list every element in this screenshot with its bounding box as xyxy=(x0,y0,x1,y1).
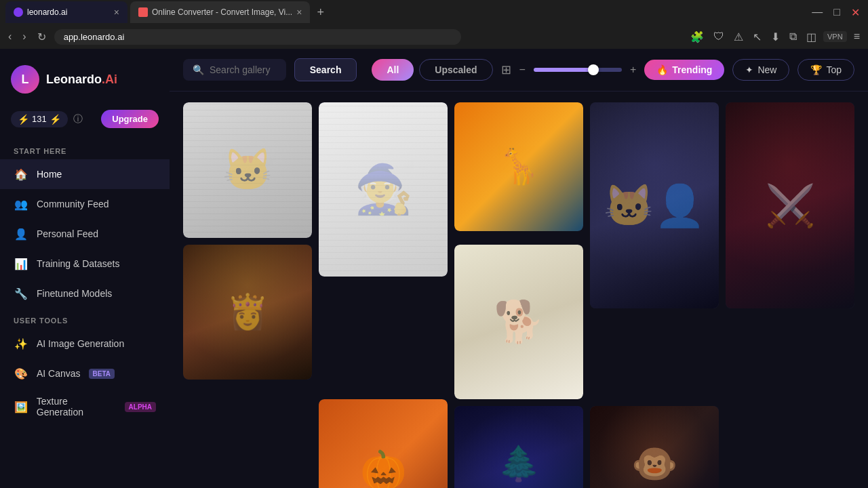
filter-all-tab[interactable]: All xyxy=(372,59,414,81)
search-button[interactable]: Search xyxy=(294,58,357,81)
sidebar-item-finetuned[interactable]: 🔧 Finetuned Models xyxy=(0,279,170,308)
download-icon[interactable]: ⬇ xyxy=(768,29,783,45)
top-bar: 🔍 Search All Upscaled ⊞ − + 🔥 Trending ✦ xyxy=(170,49,868,92)
trending-button[interactable]: 🔥 Trending xyxy=(644,60,724,80)
gallery-item-7-expand[interactable]: ⤢ xyxy=(427,405,442,420)
gallery-item-7-remix[interactable]: ⊞ xyxy=(389,405,404,420)
search-input[interactable] xyxy=(210,64,277,75)
gallery-item-5-edit[interactable]: ✏ xyxy=(815,108,830,123)
sidebar-section-tools: User Tools xyxy=(0,308,170,329)
sidebar-item-finetuned-label: Finetuned Models xyxy=(37,288,112,299)
gallery-item-7-edit[interactable]: ✏ xyxy=(408,405,423,420)
gallery-item-8[interactable]: 🐕 ⊞ ✏ ⤢ xyxy=(454,245,583,399)
gallery-item-3-edit[interactable]: ✏ xyxy=(544,108,559,123)
texture-icon: 🖼️ xyxy=(14,399,28,414)
sidebar-item-ai-canvas[interactable]: 🎨 AI Canvas BETA xyxy=(0,359,170,388)
token-icon2: ⚡ xyxy=(50,114,61,125)
sidebar-item-ai-canvas-label: AI Canvas xyxy=(37,368,81,379)
gallery-item-4-expand[interactable]: ⤢ xyxy=(698,108,713,123)
tab-leonardo[interactable]: leonardo.ai × xyxy=(5,1,127,23)
close-button[interactable]: ✕ xyxy=(848,5,863,20)
sidebar-item-ai-image[interactable]: ✨ AI Image Generation xyxy=(0,329,170,359)
gallery-item-1[interactable]: 🐱 ⊞ ✏ ⤢ xyxy=(183,102,312,238)
gallery-item-5-remix[interactable]: ⊞ xyxy=(796,108,811,123)
back-button[interactable]: ‹ xyxy=(5,29,14,44)
gallery-item-1-expand[interactable]: ⤢ xyxy=(292,108,307,123)
grid-view-button[interactable]: ⊞ xyxy=(501,62,511,77)
gallery-item-5[interactable]: ⚔️ ⊞ ✏ ⤢ xyxy=(726,102,854,308)
browser-chrome: leonardo.ai × Online Converter - Convert… xyxy=(0,0,868,49)
tab-converter[interactable]: Online Converter - Convert Image, Vi... … xyxy=(130,1,310,23)
shield-icon[interactable]: 🛡 xyxy=(711,29,727,44)
gallery-item-7[interactable]: 🎃 ⊞ ✏ ⤢ xyxy=(319,399,448,489)
gallery-item-10-expand[interactable]: ⤢ xyxy=(698,411,713,426)
minimize-button[interactable]: — xyxy=(809,5,825,20)
alpha-badge: ALPHA xyxy=(125,402,156,412)
gallery-item-6-remix[interactable]: ⊞ xyxy=(254,250,269,265)
tab-close-1[interactable]: × xyxy=(114,7,119,18)
sidebar-item-texture-label: Texture Generation xyxy=(37,396,117,418)
gallery-item-9[interactable]: 🌲 ⊞ ✏ ⤢ xyxy=(454,406,583,489)
size-minus-icon: − xyxy=(519,64,526,76)
size-slider[interactable] xyxy=(534,68,622,72)
extensions-icon[interactable]: 🧩 xyxy=(688,29,707,45)
gallery-item-9-edit[interactable]: ✏ xyxy=(544,411,559,426)
top-button[interactable]: 🏆 Top xyxy=(797,59,854,81)
gallery-item-3[interactable]: 🦒 ⊞ ✏ ⤢ xyxy=(454,102,583,231)
browser-tab-bar: leonardo.ai × Online Converter - Convert… xyxy=(0,0,868,24)
gallery-item-2-edit[interactable]: ✏ xyxy=(408,108,423,123)
tab-favicon-1 xyxy=(14,7,23,17)
gallery-item-9-expand[interactable]: ⤢ xyxy=(563,411,578,426)
sidebar-item-training[interactable]: 📊 Training & Datasets xyxy=(0,249,170,279)
gallery-item-2[interactable]: 🧙 ⊞ ✏ ⤢ xyxy=(319,102,448,277)
token-count: 131 xyxy=(32,114,47,124)
gallery-item-6[interactable]: 👸 ⊞ ✏ ⤢ xyxy=(183,245,312,380)
logo-suffix: .Ai xyxy=(102,73,117,86)
upgrade-button[interactable]: Upgrade xyxy=(101,110,159,128)
gallery-item-6-edit[interactable]: ✏ xyxy=(273,250,288,265)
gallery-item-10-remix[interactable]: ⊞ xyxy=(660,411,675,426)
forward-button[interactable]: › xyxy=(20,29,28,44)
gallery-item-1-remix[interactable]: ⊞ xyxy=(254,108,269,123)
reload-button[interactable]: ↻ xyxy=(35,29,49,45)
gallery-item-2-remix[interactable]: ⊞ xyxy=(389,108,404,123)
tab-close-2[interactable]: × xyxy=(296,7,302,18)
sidebar-item-personal-feed[interactable]: 👤 Personal Feed xyxy=(0,219,170,249)
ai-canvas-icon: 🎨 xyxy=(14,366,28,381)
gallery-item-2-expand[interactable]: ⤢ xyxy=(427,108,442,123)
address-bar[interactable] xyxy=(54,29,461,45)
sidebar-item-ai-image-label: AI Image Generation xyxy=(37,338,124,349)
gallery-item-4-edit[interactable]: ✏ xyxy=(679,108,694,123)
new-label: New xyxy=(757,64,776,75)
help-icon[interactable]: ⓘ xyxy=(73,113,83,125)
gallery-item-4[interactable]: 🐱‍👤 ⊞ ✏ ⤢ xyxy=(590,102,719,308)
top-icon: 🏆 xyxy=(810,64,822,75)
sidebar-item-community-feed[interactable]: 👥 Community Feed xyxy=(0,189,170,219)
gallery-item-6-expand[interactable]: ⤢ xyxy=(292,250,307,265)
gallery-item-1-edit[interactable]: ✏ xyxy=(273,108,288,123)
gallery-item-3-remix[interactable]: ⊞ xyxy=(525,108,540,123)
menu-icon[interactable]: ≡ xyxy=(851,29,863,44)
split-icon[interactable]: ⧉ xyxy=(787,29,800,44)
gallery-item-8-edit[interactable]: ✏ xyxy=(544,250,559,265)
maximize-button[interactable]: □ xyxy=(831,5,843,20)
cursor-icon[interactable]: ↖ xyxy=(750,29,764,45)
sidebar-toggle-icon[interactable]: ◫ xyxy=(804,29,819,45)
token-badge: ⚡ 131 ⚡ xyxy=(11,111,68,127)
gallery-item-4-remix[interactable]: ⊞ xyxy=(660,108,675,123)
gallery-item-8-remix[interactable]: ⊞ xyxy=(525,250,540,265)
gallery-item-5-expand[interactable]: ⤢ xyxy=(834,108,849,123)
new-button[interactable]: ✦ New xyxy=(732,59,789,81)
sidebar-item-home[interactable]: 🏠 Home xyxy=(0,159,170,189)
sidebar-section-start: Start Here xyxy=(0,139,170,159)
filter-upscaled-tab[interactable]: Upscaled xyxy=(419,59,492,81)
gallery-item-9-remix[interactable]: ⊞ xyxy=(525,411,540,426)
sidebar-item-texture[interactable]: 🖼️ Texture Generation ALPHA xyxy=(0,388,170,425)
gallery-item-10-edit[interactable]: ✏ xyxy=(679,411,694,426)
gallery-item-10[interactable]: 🐵 ⊞ ✏ ⤢ xyxy=(590,406,719,489)
warning-icon[interactable]: ⚠ xyxy=(731,29,746,45)
gallery-item-3-expand[interactable]: ⤢ xyxy=(563,108,578,123)
new-tab-button[interactable]: + xyxy=(313,4,328,21)
training-icon: 📊 xyxy=(14,256,28,271)
gallery-item-8-expand[interactable]: ⤢ xyxy=(563,250,578,265)
